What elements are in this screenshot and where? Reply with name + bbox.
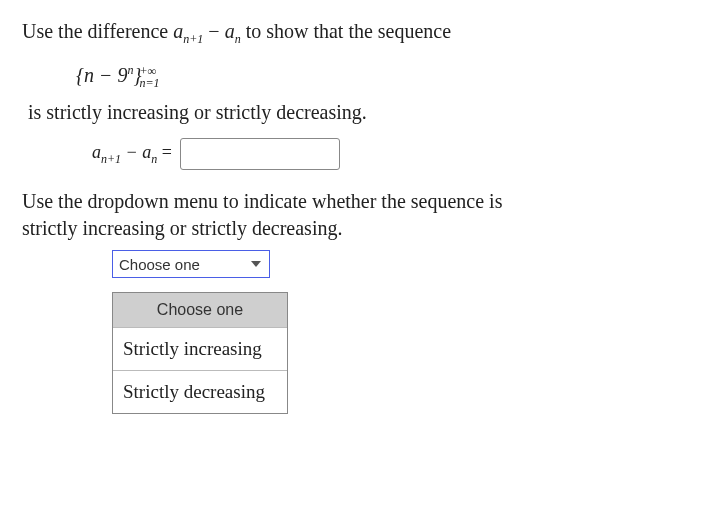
text-part: Use the difference bbox=[22, 20, 173, 42]
subscript-np1: n+1 bbox=[183, 32, 203, 46]
option-strictly-decreasing[interactable]: Strictly decreasing bbox=[113, 370, 287, 413]
chevron-down-icon bbox=[251, 261, 261, 267]
equals-sign: = bbox=[157, 142, 172, 162]
instruction-line-3b: strictly increasing or strictly decreasi… bbox=[22, 217, 693, 240]
limit-bottom: n=1 bbox=[140, 77, 160, 89]
lhs-a1: a bbox=[92, 142, 101, 162]
lhs-sub1: n+1 bbox=[101, 151, 121, 165]
sequence-formula: {n − 9n}+∞n=1 bbox=[76, 55, 693, 99]
seq-minus-9: − 9 bbox=[94, 64, 128, 86]
instruction-line-1: Use the difference an+1 − an to show tha… bbox=[22, 20, 693, 47]
option-strictly-increasing[interactable]: Strictly increasing bbox=[113, 327, 287, 370]
var-a: a bbox=[173, 20, 183, 42]
difference-answer-input[interactable] bbox=[180, 138, 340, 170]
select-current-value: Choose one bbox=[119, 256, 200, 273]
minus-sign: − bbox=[203, 20, 224, 42]
monotonicity-select[interactable]: Choose one bbox=[112, 250, 270, 278]
text-part-b: to show that the sequence bbox=[241, 20, 452, 42]
brace-open: { bbox=[76, 64, 84, 86]
difference-equation-row: an+1 − an = bbox=[92, 138, 693, 170]
lhs-minus: − bbox=[121, 142, 142, 162]
difference-lhs: an+1 − an = bbox=[92, 142, 172, 167]
var-a2: a bbox=[225, 20, 235, 42]
seq-limits: +∞n=1 bbox=[140, 65, 160, 89]
lhs-a2: a bbox=[142, 142, 151, 162]
instruction-line-3a: Use the dropdown menu to indicate whethe… bbox=[22, 190, 693, 213]
option-placeholder[interactable]: Choose one bbox=[113, 293, 287, 327]
dropdown-container: Choose one Choose one Strictly increasin… bbox=[112, 250, 693, 414]
instruction-line-2: is strictly increasing or strictly decre… bbox=[22, 101, 693, 124]
dropdown-options-list: Choose one Strictly increasing Strictly … bbox=[112, 292, 288, 414]
seq-n: n bbox=[84, 64, 94, 86]
